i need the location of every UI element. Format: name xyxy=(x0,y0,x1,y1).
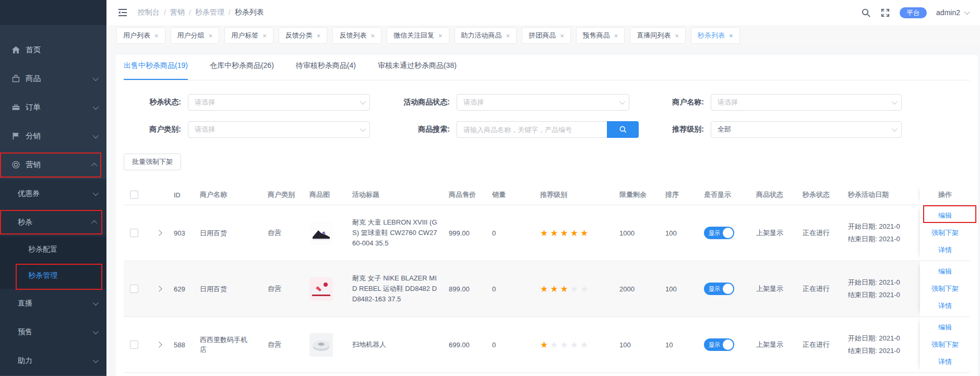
tab-label: 拼团商品 xyxy=(529,31,556,40)
row-checkbox[interactable] xyxy=(130,285,138,293)
search-icon[interactable] xyxy=(861,8,871,18)
date-start: 开始日期: 2021-0 xyxy=(848,220,916,233)
chevron-down-icon xyxy=(93,103,99,109)
seckill-table: ID 商户名称 商户类别 商品图 活动标题 商品售价 销量 推荐级别 限量剩余 … xyxy=(124,185,970,373)
force-off-link[interactable]: 强制下架 xyxy=(931,284,959,293)
row-checkbox[interactable] xyxy=(130,340,138,349)
product-search-input[interactable] xyxy=(457,121,607,138)
close-icon[interactable]: × xyxy=(560,32,564,40)
expand-row-icon[interactable] xyxy=(156,342,162,347)
collapse-menu-icon[interactable] xyxy=(117,7,128,18)
product-image-robot-vacuum xyxy=(309,333,333,357)
detail-link[interactable]: 详情 xyxy=(938,245,952,255)
tab-presale-goods[interactable]: 预售商品× xyxy=(576,27,625,44)
sidebar-item-coupon[interactable]: 优惠券 xyxy=(0,179,106,208)
sidebar: 首页 商品 订单 分销 营销 优惠券 秒杀 xyxy=(0,0,106,376)
sidebar-item-label: 秒杀 xyxy=(18,218,93,227)
merchant-name-select[interactable]: 请选择 xyxy=(711,94,902,111)
sidebar-item-label: 秒杀配置 xyxy=(28,245,57,254)
seckill-status-select[interactable]: 请选择 xyxy=(188,94,370,111)
select-all-checkbox[interactable] xyxy=(130,191,138,199)
tab-label: 反馈分类 xyxy=(285,31,313,40)
row-limit: 1000 xyxy=(619,229,665,237)
col-sales: 销量 xyxy=(492,190,540,199)
activity-status-select[interactable]: 请选择 xyxy=(457,94,629,111)
close-icon[interactable]: × xyxy=(209,32,213,40)
chevron-down-icon xyxy=(93,328,99,334)
force-off-link[interactable]: 强制下架 xyxy=(931,340,959,349)
tab-in-warehouse[interactable]: 仓库中秒杀商品(26) xyxy=(210,61,274,80)
force-off-link[interactable]: 强制下架 xyxy=(931,228,959,238)
breadcrumb-separator: / xyxy=(189,8,191,17)
row-merchant-type: 自营 xyxy=(268,228,309,238)
breadcrumb-separator: / xyxy=(229,8,231,17)
fullscreen-icon[interactable] xyxy=(880,8,890,18)
search-button[interactable] xyxy=(607,121,639,138)
detail-link[interactable]: 详情 xyxy=(938,357,952,367)
visible-toggle[interactable]: 显示 xyxy=(704,283,734,295)
tab-review-rejected[interactable]: 审核未通过秒杀商品(38) xyxy=(378,61,457,80)
sidebar-item-marketing[interactable]: 营销 xyxy=(0,150,106,179)
close-icon[interactable]: × xyxy=(614,32,618,40)
row-id: 629 xyxy=(174,285,200,293)
sidebar-item-seckill-config[interactable]: 秒杀配置 xyxy=(0,237,106,263)
tab-pending-review[interactable]: 待审核秒杀商品(4) xyxy=(296,61,356,80)
sidebar-item-seckill[interactable]: 秒杀 xyxy=(0,208,106,237)
sidebar-item-presale[interactable]: 预售 xyxy=(0,318,106,346)
chevron-down-icon xyxy=(892,126,898,132)
recommend-level-select[interactable]: 全部 xyxy=(711,121,902,138)
merchant-name-label: 商户名称: xyxy=(647,98,711,107)
close-icon[interactable]: × xyxy=(729,32,733,40)
sidebar-item-distribution[interactable]: 分销 xyxy=(0,122,106,150)
row-checkbox[interactable] xyxy=(130,229,138,237)
batch-force-off-button[interactable]: 批量强制下架 xyxy=(124,154,181,170)
star-filled-icon: ★ xyxy=(540,284,548,294)
sidebar-item-seckill-manage[interactable]: 秒杀管理 xyxy=(0,263,106,289)
expand-row-icon[interactable] xyxy=(156,230,162,236)
tab-live-room-list[interactable]: 直播间列表× xyxy=(630,27,686,44)
sidebar-item-live[interactable]: 直播 xyxy=(0,289,106,318)
col-price: 商品售价 xyxy=(449,190,492,199)
detail-link[interactable]: 详情 xyxy=(938,301,952,311)
toggle-knob xyxy=(723,228,733,238)
close-icon[interactable]: × xyxy=(371,32,375,40)
sidebar-item-label: 秒杀管理 xyxy=(28,271,57,280)
edit-link[interactable]: 编辑 xyxy=(938,323,952,332)
close-icon[interactable]: × xyxy=(438,32,443,40)
edit-link[interactable]: 编辑 xyxy=(938,211,952,220)
visible-toggle[interactable]: 显示 xyxy=(704,338,734,351)
breadcrumb-item[interactable]: 秒杀管理 xyxy=(195,8,224,17)
sidebar-item-orders[interactable]: 订单 xyxy=(0,93,106,122)
tab-seckill-list[interactable]: 秒杀列表× xyxy=(691,27,740,44)
tab-user-tag[interactable]: 用户标签× xyxy=(224,27,273,44)
tab-on-sale[interactable]: 出售中秒杀商品(19) xyxy=(124,61,188,80)
user-menu[interactable]: admin2 xyxy=(936,8,969,17)
row-merchant: 日用百货 xyxy=(200,284,268,294)
row-seckill-status: 正在进行 xyxy=(803,284,848,293)
sidebar-item-assist[interactable]: 助力 xyxy=(0,346,106,375)
tab-feedback-category[interactable]: 反馈分类× xyxy=(279,27,328,44)
close-icon[interactable]: × xyxy=(154,32,159,40)
tab-wechat-reply[interactable]: 微信关注回复× xyxy=(387,27,449,44)
close-icon[interactable]: × xyxy=(317,32,321,40)
tab-assist-goods[interactable]: 助力活动商品× xyxy=(455,27,517,44)
row-sales: 0 xyxy=(492,341,540,349)
breadcrumb-item[interactable]: 营销 xyxy=(170,8,185,17)
close-icon[interactable]: × xyxy=(675,32,679,40)
close-icon[interactable]: × xyxy=(506,32,510,40)
visible-toggle[interactable]: 显示 xyxy=(704,227,734,239)
sidebar-item-label: 首页 xyxy=(26,45,97,55)
merchant-type-select[interactable]: 请选择 xyxy=(188,121,370,138)
tab-user-group[interactable]: 用户分组× xyxy=(171,27,220,44)
tab-group-buy-goods[interactable]: 拼团商品× xyxy=(522,27,571,44)
expand-row-icon[interactable] xyxy=(156,286,162,291)
sidebar-item-goods[interactable]: 商品 xyxy=(0,64,106,93)
breadcrumb-separator: / xyxy=(164,8,166,17)
chevron-down-icon xyxy=(93,357,99,362)
close-icon[interactable]: × xyxy=(262,32,267,40)
sidebar-item-home[interactable]: 首页 xyxy=(0,36,106,64)
tab-feedback-list[interactable]: 反馈列表× xyxy=(332,27,381,44)
breadcrumb-item[interactable]: 控制台 xyxy=(138,8,160,17)
edit-link[interactable]: 编辑 xyxy=(938,267,952,276)
tab-user-list[interactable]: 用户列表× xyxy=(116,27,165,44)
